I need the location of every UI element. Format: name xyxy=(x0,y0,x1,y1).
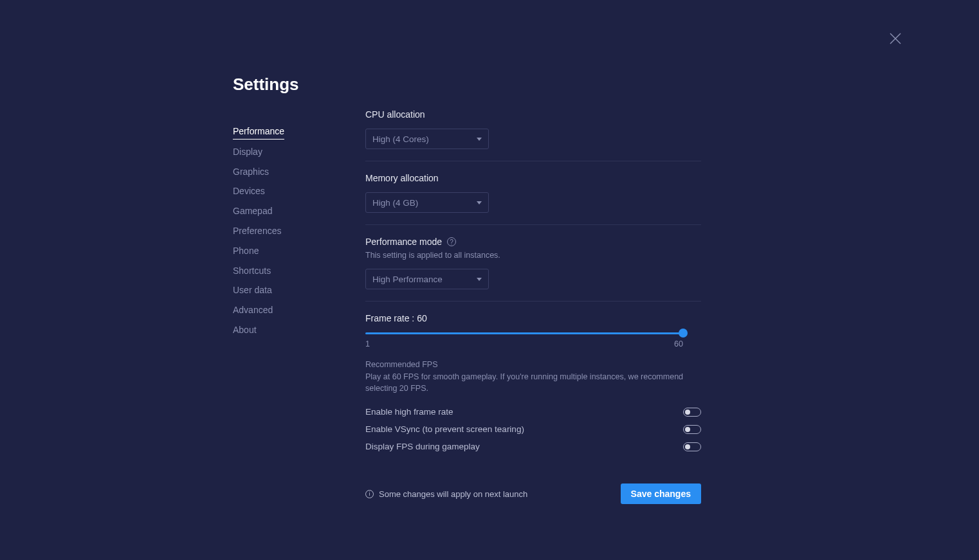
section-framerate: Frame rate : 60 1 60 Recommended FPS Pla… xyxy=(365,313,701,463)
framerate-label: Frame rate : 60 xyxy=(365,313,701,323)
sidebar: Settings Performance Display Graphics De… xyxy=(233,75,365,504)
framerate-slider[interactable]: 1 60 xyxy=(365,332,701,348)
perfmode-label: Performance mode ? xyxy=(365,237,701,247)
save-changes-button[interactable]: Save changes xyxy=(621,483,701,504)
footer-note-text: Some changes will apply on next launch xyxy=(379,489,527,499)
toggle-knob xyxy=(685,444,690,449)
settings-nav: Performance Display Graphics Devices Gam… xyxy=(233,122,365,340)
perfmode-value: High Performance xyxy=(372,275,443,284)
nav-about[interactable]: About xyxy=(233,320,257,340)
footer: i Some changes will apply on next launch… xyxy=(365,483,701,504)
toggle-vsync[interactable] xyxy=(683,425,701,434)
toggle-knob xyxy=(685,410,690,415)
nav-performance[interactable]: Performance xyxy=(233,122,284,140)
nav-preferences[interactable]: Preferences xyxy=(233,221,281,241)
slider-track xyxy=(365,332,683,334)
toggle-vsync-row: Enable VSync (to prevent screen tearing) xyxy=(365,424,701,434)
slider-bounds: 1 60 xyxy=(365,339,683,348)
cpu-label: CPU allocation xyxy=(365,109,701,120)
toggle-knob xyxy=(685,427,690,432)
section-perf-mode: Performance mode ? This setting is appli… xyxy=(365,237,701,302)
cpu-dropdown[interactable]: High (4 Cores) xyxy=(365,129,489,149)
nav-display[interactable]: Display xyxy=(233,142,262,162)
nav-gamepad[interactable]: Gamepad xyxy=(233,201,272,221)
nav-graphics[interactable]: Graphics xyxy=(233,162,269,182)
footer-note: i Some changes will apply on next launch xyxy=(365,489,527,499)
section-memory: Memory allocation High (4 GB) xyxy=(365,173,701,225)
toggle-display-fps-row: Display FPS during gameplay xyxy=(365,442,701,451)
rec-fps-body: Play at 60 FPS for smooth gameplay. If y… xyxy=(365,372,701,394)
info-icon: i xyxy=(365,490,374,498)
nav-shortcuts[interactable]: Shortcuts xyxy=(233,261,271,281)
toggle-display-fps-label: Display FPS during gameplay xyxy=(365,442,480,451)
perfmode-dropdown[interactable]: High Performance xyxy=(365,269,489,289)
slider-thumb[interactable] xyxy=(679,329,688,338)
nav-advanced[interactable]: Advanced xyxy=(233,300,273,320)
close-icon xyxy=(888,31,903,46)
toggle-display-fps[interactable] xyxy=(683,442,701,451)
page-title: Settings xyxy=(233,75,365,95)
toggle-vsync-label: Enable VSync (to prevent screen tearing) xyxy=(365,424,524,434)
help-icon[interactable]: ? xyxy=(447,237,456,246)
framerate-value: 60 xyxy=(417,313,427,323)
caret-down-icon xyxy=(477,138,482,141)
cpu-value: High (4 Cores) xyxy=(372,134,429,144)
framerate-prefix: Frame rate : xyxy=(365,313,417,323)
nav-phone[interactable]: Phone xyxy=(233,241,259,261)
rec-fps-title: Recommended FPS xyxy=(365,360,701,369)
close-button[interactable] xyxy=(888,31,903,46)
slider-max: 60 xyxy=(674,339,683,348)
memory-value: High (4 GB) xyxy=(372,198,418,208)
memory-dropdown[interactable]: High (4 GB) xyxy=(365,192,489,213)
section-cpu: CPU allocation High (4 Cores) xyxy=(365,109,701,161)
nav-user-data[interactable]: User data xyxy=(233,280,272,300)
memory-label: Memory allocation xyxy=(365,173,701,183)
caret-down-icon xyxy=(477,201,482,204)
perfmode-label-text: Performance mode xyxy=(365,237,442,247)
perfmode-sublabel: This setting is applied to all instances… xyxy=(365,251,701,260)
slider-min: 1 xyxy=(365,339,370,348)
toggle-high-frame-rate-row: Enable high frame rate xyxy=(365,407,701,417)
toggle-high-frame-rate-label: Enable high frame rate xyxy=(365,407,453,417)
caret-down-icon xyxy=(477,278,482,281)
nav-devices[interactable]: Devices xyxy=(233,181,265,201)
toggle-high-frame-rate[interactable] xyxy=(683,408,701,417)
settings-panel: CPU allocation High (4 Cores) Memory all… xyxy=(365,75,701,504)
